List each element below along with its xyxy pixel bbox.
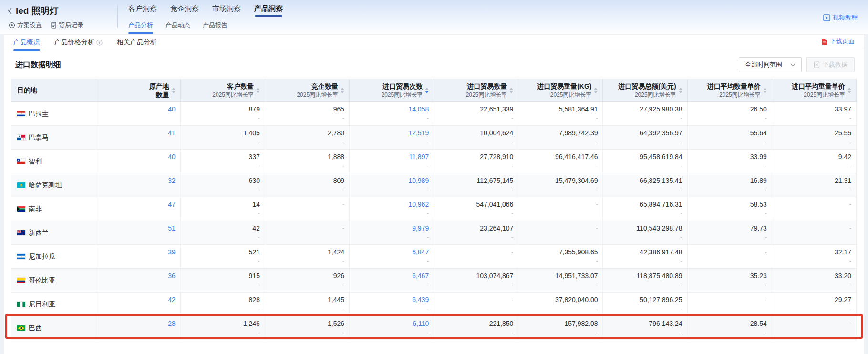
cell-import-trade-amount: 95,458,619.84- <box>603 150 687 173</box>
cell-competitor-count: 2,780- <box>265 126 349 150</box>
value-link[interactable]: 40 <box>96 105 176 114</box>
cell-avg-qty-unit-price: 35.23- <box>687 269 772 293</box>
title-block: led 照明灯 方案设置 贸易记录 <box>0 0 117 34</box>
value-link[interactable]: 51 <box>96 224 176 233</box>
page-tab-相关产品分析[interactable]: 相关产品分析 <box>117 37 157 48</box>
value-link[interactable]: 40 <box>96 152 176 162</box>
value-link[interactable]: 6,467 <box>350 272 429 281</box>
destination-cell: 新西兰 <box>11 221 96 245</box>
value-link[interactable]: 9,979 <box>350 224 429 233</box>
sort-carets-customer-count[interactable] <box>256 88 260 93</box>
value-link[interactable]: 11,897 <box>350 152 429 162</box>
column-header-import-trade-times[interactable]: 进口贸易次数2025同比增长率 <box>350 79 434 102</box>
sub-tab-产品分析[interactable]: 产品分析 <box>128 21 153 30</box>
sort-carets-import-trade-times[interactable] <box>425 88 429 93</box>
sort-carets-origin-count[interactable] <box>172 88 176 93</box>
cell-import-trade-times: 6,467- <box>350 269 434 293</box>
info-icon <box>96 40 103 46</box>
cell-competitor-count: 809- <box>265 173 349 197</box>
value-link[interactable]: 6,110 <box>350 319 429 328</box>
cell-import-trade-qty: 22,651,339- <box>434 102 518 126</box>
cell-import-trade-amount: 42,386,917.48- <box>603 245 687 269</box>
destination-name: 哈萨克斯坦 <box>29 181 62 190</box>
column-header-avg-qty-unit-price[interactable]: 进口平均数量单价2025同比增长率 <box>687 79 772 102</box>
cell-customer-count: 1,405- <box>180 126 265 150</box>
main-tab-产品洞察[interactable]: 产品洞察 <box>254 4 283 16</box>
value-link[interactable]: 10,962 <box>350 200 429 209</box>
column-header-customer-count[interactable]: 客户数量2025同比增长率 <box>180 79 265 102</box>
cell-avg-qty-unit-price: 16.89- <box>687 173 772 197</box>
cell-competitor-count: - <box>265 221 349 245</box>
cell-import-trade-weight: 14,951,733.07- <box>518 269 603 293</box>
value-link[interactable]: 41 <box>96 129 176 138</box>
sub-tab-产品报告[interactable]: 产品报告 <box>203 21 227 30</box>
page-tab-产品概况[interactable]: 产品概况 <box>13 37 40 48</box>
value-link[interactable]: 6,847 <box>350 248 429 257</box>
table-row-智利: 智利40337-1,888-11,897-27,728,910-96,416,4… <box>11 150 857 173</box>
video-tutorial-link[interactable]: 视频教程 <box>823 13 858 22</box>
cell-avg-qty-unit-price: 79.73- <box>687 221 772 245</box>
sort-carets-avg-qty-unit-price[interactable] <box>763 88 767 93</box>
cell-import-trade-amount: 118,875,480.89- <box>603 269 687 293</box>
value-link[interactable]: 28 <box>96 319 176 328</box>
value-link[interactable]: 14,058 <box>350 105 429 114</box>
page-tab-产品价格分析[interactable]: 产品价格分析 <box>54 37 103 48</box>
cell-import-trade-weight: 7,355,908.65- <box>518 245 603 269</box>
value-link[interactable]: 6,439 <box>350 295 429 304</box>
value-link[interactable]: 10,989 <box>350 176 429 185</box>
value-link[interactable]: 47 <box>96 200 176 209</box>
cell-customer-count: 42- <box>180 221 265 245</box>
sort-carets-import-trade-weight[interactable] <box>594 88 598 93</box>
column-header-import-trade-qty[interactable]: 进口贸易数量2025同比增长率 <box>434 79 518 102</box>
sub-tab-产品动态[interactable]: 产品动态 <box>165 21 190 30</box>
column-header-import-trade-amount[interactable]: 进口贸易总额(美元)2025同比增长率 <box>603 79 687 102</box>
table-row-哥伦比亚: 哥伦比亚36915-926-6,467-103,074,867-14,951,7… <box>11 269 857 293</box>
cell-import-trade-times: 10,962- <box>350 197 434 221</box>
cell-customer-count: 337- <box>180 150 265 173</box>
back-icon[interactable] <box>8 8 12 14</box>
sort-carets-import-trade-qty[interactable] <box>509 88 513 93</box>
flag-co-icon <box>17 278 25 283</box>
cell-import-trade-weight: - <box>518 221 603 245</box>
column-header-avg-weight-unit-price[interactable]: 进口平均重量单价2025同比增长率 <box>772 79 856 102</box>
download-data-button[interactable]: 下载数据 <box>806 57 855 72</box>
table-row-尼加拉瓜: 尼加拉瓜39521-1,424-6,847--7,355,908.65-42,3… <box>11 245 857 269</box>
cell-import-trade-weight: 15,479,304.69- <box>518 173 603 197</box>
import-data-table: 目的地原产地数量客户数量2025同比增长率竞企数量2025同比增长率进口贸易次数… <box>11 79 857 340</box>
cell-avg-qty-unit-price: 55.64- <box>687 126 772 150</box>
cell-import-trade-amount: 65,894,716.31- <box>603 197 687 221</box>
cell-import-trade-times: 9,979- <box>350 221 434 245</box>
play-video-icon <box>823 14 830 21</box>
main-tab-竞企洞察[interactable]: 竞企洞察 <box>170 4 199 16</box>
download-page-button[interactable]: 下载页面 <box>821 37 855 46</box>
cell-competitor-count: 1,526- <box>265 316 349 340</box>
main-tab-市场洞察[interactable]: 市场洞察 <box>212 4 241 16</box>
destination-cell: 尼日利亚 <box>11 293 96 316</box>
trade-record-button[interactable]: 贸易记录 <box>51 21 83 30</box>
main-tab-客户洞察[interactable]: 客户洞察 <box>128 4 157 16</box>
sub-tabs: 产品分析产品动态产品报告 <box>128 21 283 30</box>
column-header-competitor-count[interactable]: 竞企数量2025同比增长率 <box>265 79 349 102</box>
cell-import-trade-qty: 23,264,107- <box>434 221 518 245</box>
sort-carets-import-trade-amount[interactable] <box>679 88 682 93</box>
cell-origin-count: 42 <box>96 293 180 316</box>
value-link[interactable]: 42 <box>96 295 176 304</box>
destination-name: 巴拉圭 <box>29 110 49 118</box>
value-link[interactable]: 32 <box>96 176 176 185</box>
sort-carets-competitor-count[interactable] <box>341 88 344 93</box>
scheme-settings-button[interactable]: 方案设置 <box>9 21 42 30</box>
value-link[interactable]: 36 <box>96 272 176 281</box>
cell-import-trade-weight: 7,989,742.39- <box>518 126 603 150</box>
cell-customer-count: 828- <box>180 293 265 316</box>
sort-carets-avg-weight-unit-price[interactable] <box>847 88 851 93</box>
document-icon <box>51 22 57 29</box>
cell-import-trade-qty: - <box>434 293 518 316</box>
value-link[interactable]: 39 <box>96 248 176 257</box>
column-header-origin-count[interactable]: 原产地数量 <box>96 79 180 102</box>
column-header-import-trade-weight[interactable]: 进口贸易重量(KG)2025同比增长率 <box>518 79 603 102</box>
cell-origin-count: 32 <box>96 173 180 197</box>
time-range-select[interactable]: 全部时间范围 <box>739 57 802 72</box>
secondary-tab-bar: 产品概况产品价格分析相关产品分析 下载页面 <box>4 35 864 48</box>
cell-import-trade-weight: - <box>518 197 603 221</box>
value-link[interactable]: 12,519 <box>350 129 429 138</box>
